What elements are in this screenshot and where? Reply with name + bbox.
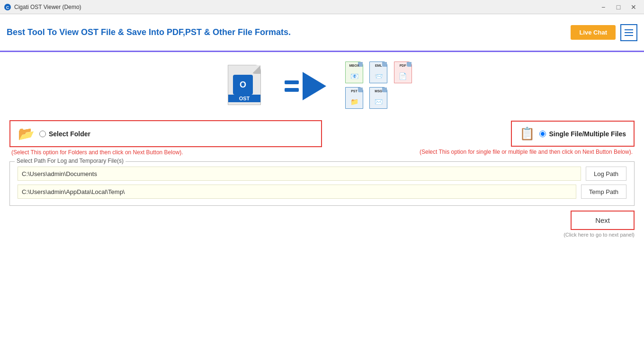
single-file-box: 📋 Single File/Multiple Files xyxy=(511,121,635,147)
app-title: Cigati OST Viewer (Demo) xyxy=(14,4,81,10)
files-area: MBOX 📧 EML 📨 PDF 📄 xyxy=(345,62,416,111)
eml-file-icon: EML 📨 xyxy=(369,62,389,85)
header-right: Live Chat xyxy=(571,24,637,41)
log-path-row: Log Path xyxy=(18,167,626,181)
select-folder-hint: (Select This option for Folders and then… xyxy=(11,149,322,156)
single-file-label[interactable]: Single File/Multiple Files xyxy=(539,130,626,138)
arrow-head xyxy=(303,72,326,100)
minimize-button[interactable]: − xyxy=(597,2,610,12)
ost-file-body: O OST xyxy=(228,65,261,105)
single-file-radio[interactable] xyxy=(539,131,546,137)
svg-text:C: C xyxy=(6,5,9,10)
path-section-title: Select Path For Log and Temporary File(s… xyxy=(15,158,125,164)
arrow-lines xyxy=(285,80,299,92)
folder-icon: 📂 xyxy=(18,126,35,141)
outlook-logo: O xyxy=(233,75,253,95)
maximize-button[interactable]: □ xyxy=(612,2,625,12)
menu-line-3 xyxy=(625,35,633,36)
arrow-area xyxy=(285,72,326,100)
next-hint: (Click here to go to next panel) xyxy=(564,232,635,238)
single-file-hint: (Select This option for single file or m… xyxy=(420,149,633,155)
illustration-area: O OST MBOX 📧 xyxy=(0,52,644,115)
title-bar-left: C Cigati OST Viewer (Demo) xyxy=(4,3,81,11)
pdf-file-icon: PDF 📄 xyxy=(394,62,414,85)
log-path-button[interactable]: Log Path xyxy=(586,167,626,181)
header: Best Tool To View OST File & Save Into P… xyxy=(0,14,644,52)
log-path-input[interactable] xyxy=(18,167,581,181)
title-bar: C Cigati OST Viewer (Demo) − □ ✕ xyxy=(0,0,644,14)
menu-line-2 xyxy=(625,32,633,33)
single-file-text: Single File/Multiple Files xyxy=(549,130,626,138)
path-section: Select Path For Log and Temporary File(s… xyxy=(9,161,635,206)
option-left: 📂 Select Folder (Select This option for … xyxy=(9,120,322,156)
close-button[interactable]: ✕ xyxy=(627,2,640,12)
temp-path-row: Temp Path xyxy=(18,185,626,199)
msg-file-icon: MSG ✉️ xyxy=(369,87,389,111)
app-icon: C xyxy=(4,3,11,11)
arrow-line-2 xyxy=(285,88,299,92)
select-folder-label[interactable]: Select Folder xyxy=(39,130,90,138)
header-tagline: Best Tool To View OST File & Save Into P… xyxy=(7,27,291,37)
main-content: O OST MBOX 📧 xyxy=(0,52,644,344)
ost-file-fold xyxy=(252,65,260,74)
options-section: 📂 Select Folder (Select This option for … xyxy=(0,120,644,156)
next-section: Next (Click here to go to next panel) xyxy=(0,206,644,238)
outlook-letter: O xyxy=(240,80,246,90)
temp-path-button[interactable]: Temp Path xyxy=(581,185,626,199)
arrow-line-1 xyxy=(285,80,299,84)
menu-button[interactable] xyxy=(620,24,637,41)
select-folder-box: 📂 Select Folder xyxy=(9,120,322,147)
doc-icon: 📋 xyxy=(519,126,535,141)
select-folder-radio[interactable] xyxy=(39,131,46,137)
live-chat-button[interactable]: Live Chat xyxy=(571,25,616,40)
mbox-file-icon: MBOX 📧 xyxy=(345,62,365,85)
title-bar-controls: − □ ✕ xyxy=(597,2,640,12)
option-right: 📋 Single File/Multiple Files (Select Thi… xyxy=(322,121,635,155)
menu-line-1 xyxy=(625,29,633,30)
pst-file-icon: PST 📁 xyxy=(345,87,365,111)
ost-file-icon: O OST xyxy=(228,65,266,107)
ost-file-label: OST xyxy=(228,95,260,102)
temp-path-input[interactable] xyxy=(18,185,576,199)
option-row: 📂 Select Folder (Select This option for … xyxy=(9,120,635,156)
next-button[interactable]: Next xyxy=(571,211,635,230)
select-folder-text: Select Folder xyxy=(49,130,90,138)
